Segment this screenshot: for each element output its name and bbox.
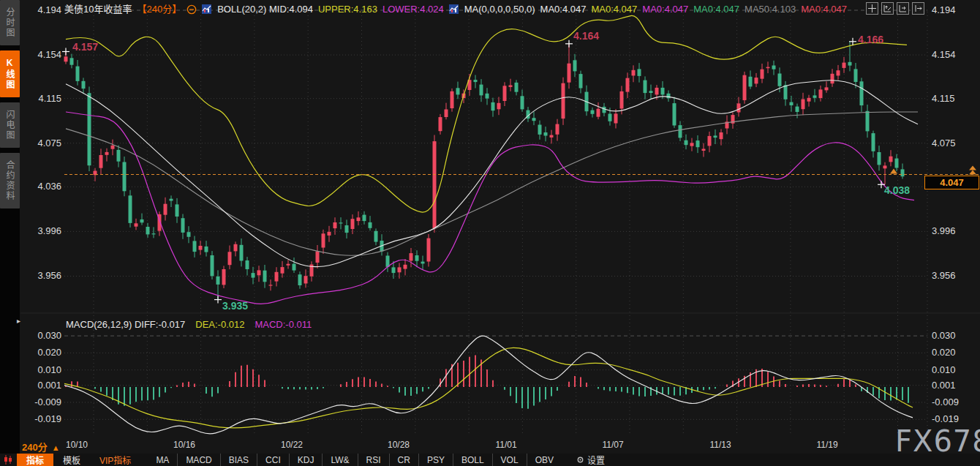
sidebar-tab-合约资料[interactable]: 合约资料 (0, 153, 20, 208)
right-axis-tick: 3.956 (932, 270, 956, 281)
left-axis-tick: 4.075 (23, 138, 61, 149)
indicator-tab-MACD[interactable]: MACD (177, 454, 219, 466)
indicator-tab-RSI[interactable]: RSI (358, 454, 389, 466)
toolbar-button-VIP指标[interactable]: VIP指标 (90, 454, 140, 466)
settings-button[interactable]: 设置 (568, 454, 614, 466)
scale-axis-icon[interactable] (881, 2, 894, 15)
right-axis-tick: 0.020 (932, 347, 956, 358)
indicator-tab-MA[interactable]: MA (148, 454, 177, 466)
indicator-tab-VOL[interactable]: VOL (492, 454, 527, 466)
sidebar-tab-分时图[interactable]: 分时图 (0, 0, 20, 45)
axis-arrow-icon[interactable] (897, 2, 909, 15)
left-axis-tick: 4.154 (23, 49, 61, 60)
x-axis-date: 11/07 (602, 440, 623, 450)
left-axis-tick: 3.956 (23, 270, 61, 281)
x-axis-date: 11/01 (495, 440, 516, 450)
left-axis-tick: 0.030 (23, 330, 61, 341)
interval-badge[interactable]: 240分▲ (22, 440, 60, 454)
right-axis-tick: 4.075 (932, 138, 956, 149)
x-axis-date: 11/13 (709, 440, 731, 450)
header-item: MA(0,0,0,0,50,0) (464, 4, 535, 15)
right-axis-tick: 0.001 (932, 380, 956, 391)
right-axis-tick: 4.194 (932, 4, 956, 15)
extreme-price-label: 4.164 (573, 30, 599, 42)
chart-type-sidebar: 分时图K线图闪电图合约资料 (0, 0, 20, 454)
left-axis-tick: 4.115 (23, 93, 61, 104)
header-item: 美债10年收益率 (64, 4, 132, 15)
header-item: MA0:4.047 (642, 4, 688, 15)
sidebar-tab-K线图[interactable]: K线图 (0, 50, 20, 97)
indicator-tab-BOLL[interactable]: BOLL (453, 454, 492, 466)
left-axis-tick: -0.019 (23, 413, 61, 424)
right-axis-tick: 4.154 (932, 49, 956, 60)
left-axis-tick: 4.194 (23, 4, 61, 15)
header-item: UPPER:4.163 (318, 4, 377, 15)
instrument-header: 美债10年收益率【240分】BOLL(20,2) MID:4.094UPPER:… (64, 4, 847, 15)
candle-chart-icon[interactable] (449, 4, 459, 15)
kline-icon (0, 454, 17, 466)
indicator-tab-OBV[interactable]: OBV (527, 454, 562, 466)
indicator-tab-BIAS[interactable]: BIAS (220, 454, 257, 466)
left-axis-tick: 3.996 (23, 225, 61, 236)
left-axis-tick: 0.001 (23, 380, 61, 391)
indicator-tab-PSY[interactable]: PSY (418, 454, 453, 466)
header-item: LOWER:4.024 (382, 4, 444, 15)
right-axis-tick: -0.019 (932, 413, 959, 424)
header-item: MA0:4.047 (591, 4, 637, 15)
sidebar-tab-闪电图[interactable]: 闪电图 (0, 102, 20, 148)
chart-canvas[interactable]: 4.1574.1644.1663.9354.038 (0, 0, 980, 466)
last-price-tag: 4.047 (924, 176, 979, 189)
right-axis-tick: 0.010 (932, 364, 956, 375)
indicator-tab-CCI[interactable]: CCI (257, 454, 289, 466)
left-axis-tick: 0.020 (23, 347, 61, 358)
extreme-price-label: 4.157 (72, 41, 98, 53)
toolbar-button-指标[interactable]: 指标 (17, 454, 53, 466)
left-axis-tick: -0.009 (23, 397, 61, 407)
macd-header: MACD(26,12,9) DIFF:-0.017DEA:-0.012MACD:… (66, 319, 312, 331)
candle-chart-icon[interactable] (202, 4, 212, 15)
pan-right-icon[interactable] (912, 2, 924, 15)
indicator-tab-CR[interactable]: CR (389, 454, 418, 466)
panel-expand-icon[interactable]: ▸ (17, 317, 20, 325)
right-axis-tick: -0.009 (932, 397, 959, 407)
minus-circle-icon[interactable] (186, 4, 197, 15)
interval-label: 240分 (22, 442, 48, 453)
chart-window-controls (866, 2, 924, 15)
left-axis-tick: 0.010 (23, 364, 61, 375)
header-item: 【240分】 (137, 4, 181, 15)
header-item: MA0:4.047 (693, 4, 739, 15)
gear-icon (576, 456, 584, 464)
indicator-tab-KDJ[interactable]: KDJ (289, 454, 323, 466)
header-item: DEA:-0.012 (195, 319, 244, 331)
right-axis-tick: 0.030 (932, 330, 956, 341)
left-axis-tick: 4.036 (23, 181, 61, 192)
trading-app-window: 4.1574.1644.1663.9354.038 分时图K线图闪电图合约资料 … (0, 0, 980, 466)
header-item: BOLL(20,2) MID:4.094 (217, 4, 313, 15)
header-item: MA50:4.103 (745, 4, 796, 15)
crosshair-icon[interactable] (866, 2, 878, 15)
x-axis-date: 11/19 (816, 440, 837, 450)
right-axis-tick: 3.996 (932, 225, 956, 236)
right-axis-tick: 4.115 (932, 93, 955, 104)
x-axis-date: 10/28 (388, 440, 410, 450)
header-item: MACD(26,12,9) DIFF:-0.017 (66, 319, 185, 331)
x-axis-date: 10/16 (173, 440, 195, 450)
extreme-price-label: 4.166 (858, 34, 883, 45)
toolbar-button-模板[interactable]: 模板 (53, 454, 90, 466)
interval-up-icon: ▲ (52, 443, 60, 452)
indicator-toolbar: 指标模板VIP指标 MAMACDBIASCCIKDJLW&RSICRPSYBOL… (0, 454, 980, 466)
header-item: MA0:4.047 (801, 4, 847, 15)
extreme-price-label: 3.935 (222, 300, 248, 312)
x-axis-date: 10/10 (66, 440, 88, 450)
header-item: MA0:4.047 (540, 4, 587, 15)
indicator-tab-LW&[interactable]: LW& (322, 454, 357, 466)
settings-label: 设置 (587, 454, 605, 466)
x-axis-date: 10/22 (281, 440, 303, 450)
header-item: MACD:-0.011 (255, 319, 312, 331)
extreme-price-label: 4.038 (884, 184, 910, 196)
